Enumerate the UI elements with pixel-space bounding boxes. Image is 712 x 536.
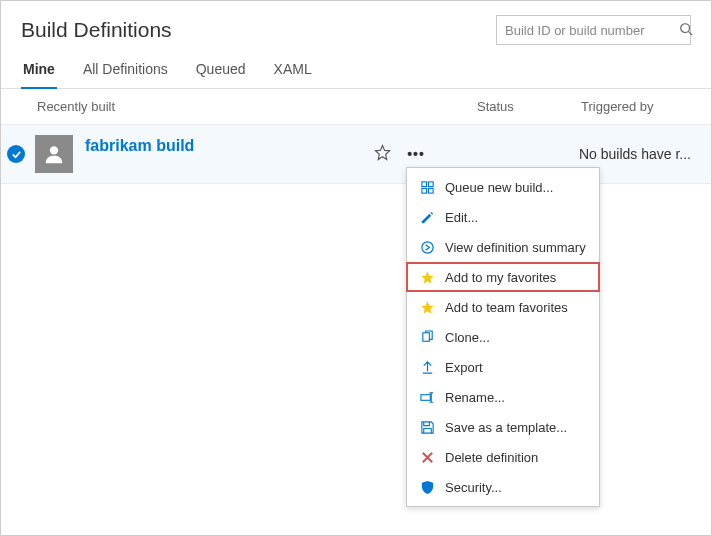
tab-xaml[interactable]: XAML	[272, 55, 314, 88]
menu-label: Delete definition	[445, 450, 538, 465]
avatar	[35, 135, 73, 173]
menu-rename[interactable]: Rename...	[407, 382, 599, 412]
star-icon	[419, 269, 435, 285]
save-icon	[419, 419, 435, 435]
export-icon	[419, 359, 435, 375]
star-icon	[419, 299, 435, 315]
menu-label: Queue new build...	[445, 180, 553, 195]
svg-rect-9	[420, 394, 429, 400]
search-box[interactable]	[496, 15, 691, 45]
pencil-icon	[419, 209, 435, 225]
svg-rect-8	[422, 332, 429, 340]
menu-label: Add to team favorites	[445, 300, 568, 315]
menu-edit[interactable]: Edit...	[407, 202, 599, 232]
menu-delete[interactable]: Delete definition	[407, 442, 599, 472]
menu-label: View definition summary	[445, 240, 586, 255]
menu-label: Edit...	[445, 210, 478, 225]
svg-rect-3	[421, 181, 426, 186]
queue-icon	[419, 179, 435, 195]
svg-rect-5	[421, 188, 426, 193]
menu-add-my-favorites[interactable]: Add to my favorites	[406, 262, 600, 292]
svg-point-2	[50, 146, 58, 154]
col-header-triggered: Triggered by	[581, 99, 691, 114]
build-row[interactable]: fabrikam build ••• No builds have r...	[1, 124, 711, 184]
menu-save-template[interactable]: Save as a template...	[407, 412, 599, 442]
page-title: Build Definitions	[21, 18, 172, 42]
status-success-icon	[7, 145, 25, 163]
context-menu: Queue new build... Edit... View definiti…	[406, 167, 600, 507]
menu-queue-new-build[interactable]: Queue new build...	[407, 172, 599, 202]
menu-clone[interactable]: Clone...	[407, 322, 599, 352]
menu-label: Add to my favorites	[445, 270, 556, 285]
search-input[interactable]	[505, 23, 673, 38]
col-header-name: Recently built	[37, 99, 477, 114]
menu-add-team-favorites[interactable]: Add to team favorites	[407, 292, 599, 322]
tab-mine[interactable]: Mine	[21, 55, 57, 89]
tab-queued[interactable]: Queued	[194, 55, 248, 88]
columns-header: Recently built Status Triggered by	[1, 89, 711, 124]
arrow-right-circle-icon	[419, 239, 435, 255]
build-name-link[interactable]: fabrikam build	[85, 135, 374, 155]
more-actions-icon[interactable]: •••	[407, 146, 425, 162]
svg-point-0	[681, 23, 690, 32]
search-icon[interactable]	[679, 22, 693, 39]
menu-label: Rename...	[445, 390, 505, 405]
shield-icon	[419, 479, 435, 495]
svg-line-1	[689, 31, 693, 35]
tabs: Mine All Definitions Queued XAML	[1, 55, 711, 89]
menu-label: Save as a template...	[445, 420, 567, 435]
menu-label: Security...	[445, 480, 502, 495]
clone-icon	[419, 329, 435, 345]
col-header-status: Status	[477, 99, 581, 114]
triggered-by-text: No builds have r...	[579, 146, 691, 162]
tab-all-definitions[interactable]: All Definitions	[81, 55, 170, 88]
menu-view-summary[interactable]: View definition summary	[407, 232, 599, 262]
favorite-star-icon[interactable]	[374, 144, 391, 164]
menu-export[interactable]: Export	[407, 352, 599, 382]
menu-security[interactable]: Security...	[407, 472, 599, 502]
menu-label: Clone...	[445, 330, 490, 345]
delete-icon	[419, 449, 435, 465]
menu-label: Export	[445, 360, 483, 375]
svg-rect-4	[428, 181, 433, 186]
rename-icon	[419, 389, 435, 405]
svg-rect-6	[428, 188, 433, 193]
svg-point-7	[421, 241, 432, 252]
